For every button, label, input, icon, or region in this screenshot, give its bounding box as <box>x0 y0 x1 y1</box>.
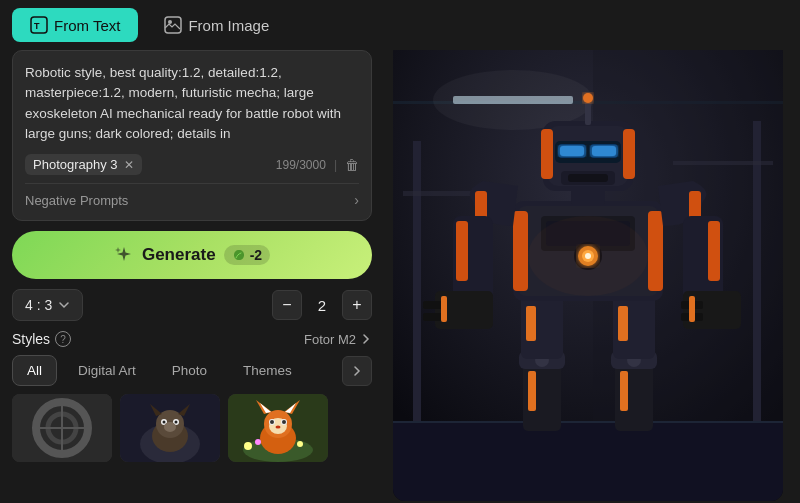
photography-tag[interactable]: Photography 3 ✕ <box>25 154 142 175</box>
svg-point-29 <box>244 442 252 450</box>
prompt-box[interactable]: Robotic style, best quality:1.2, detaile… <box>12 50 372 221</box>
svg-point-3 <box>168 20 172 24</box>
svg-point-18 <box>164 422 176 432</box>
svg-rect-90 <box>585 101 591 125</box>
from-text-button[interactable]: T From Text <box>12 8 138 42</box>
tab-all-label: All <box>27 363 42 378</box>
svg-rect-84 <box>623 129 635 179</box>
style-thumb-3[interactable] <box>228 394 328 462</box>
svg-rect-55 <box>618 306 628 341</box>
svg-rect-47 <box>620 371 628 411</box>
generated-image-container <box>393 50 783 501</box>
next-icon <box>351 365 363 377</box>
style-next-button[interactable] <box>342 356 372 386</box>
svg-rect-83 <box>541 129 553 179</box>
svg-point-16 <box>175 421 178 424</box>
style-thumbnails <box>12 394 372 462</box>
model-chevron-icon <box>360 333 372 345</box>
tag-close-icon[interactable]: ✕ <box>124 158 134 172</box>
from-text-label: From Text <box>54 17 120 34</box>
leaf-icon <box>232 248 246 262</box>
aspect-ratio-value: 4 : 3 <box>25 297 52 313</box>
count-control: − 2 + <box>272 290 372 320</box>
help-text: ? <box>60 334 66 345</box>
robot-image <box>393 50 783 501</box>
svg-point-91 <box>583 93 593 103</box>
tab-photo-label: Photo <box>172 363 207 378</box>
svg-rect-46 <box>528 371 536 411</box>
cost-label: -2 <box>250 247 262 263</box>
increase-count-button[interactable]: + <box>342 290 372 320</box>
count-value: 2 <box>314 297 330 314</box>
main-layout: Robotic style, best quality:1.2, detaile… <box>0 50 800 503</box>
trash-icon[interactable]: 🗑 <box>345 157 359 173</box>
from-image-button[interactable]: From Image <box>146 8 287 42</box>
styles-section: Styles ? Fotor M2 All Dig <box>12 331 372 462</box>
generate-badge: -2 <box>224 245 270 265</box>
char-count: 199/3000 <box>276 158 326 172</box>
tab-themes[interactable]: Themes <box>228 355 307 386</box>
svg-rect-79 <box>689 296 695 322</box>
style-thumb-1[interactable] <box>12 394 112 462</box>
svg-point-28 <box>276 426 281 429</box>
from-image-label: From Image <box>188 17 269 34</box>
svg-point-26 <box>270 420 274 424</box>
model-link[interactable]: Fotor M2 <box>304 332 372 347</box>
chevron-down-icon <box>58 299 70 311</box>
image-icon <box>164 16 182 34</box>
tab-themes-label: Themes <box>243 363 292 378</box>
svg-rect-54 <box>526 306 536 341</box>
tab-all[interactable]: All <box>12 355 57 386</box>
left-panel: Robotic style, best quality:1.2, detaile… <box>12 50 372 491</box>
generate-button[interactable]: Generate -2 <box>12 231 372 279</box>
styles-title: Styles ? <box>12 331 71 347</box>
sparkle-icon <box>114 245 134 265</box>
svg-rect-71 <box>708 221 720 281</box>
prompt-text: Robotic style, best quality:1.2, detaile… <box>25 63 359 144</box>
svg-text:T: T <box>34 21 40 31</box>
aspect-ratio-select[interactable]: 4 : 3 <box>12 289 83 321</box>
svg-rect-43 <box>393 421 783 423</box>
negative-prompts-row[interactable]: Negative Prompts › <box>25 183 359 208</box>
svg-rect-58 <box>513 211 528 291</box>
svg-point-27 <box>282 420 286 424</box>
tab-photo[interactable]: Photo <box>157 355 222 386</box>
svg-rect-42 <box>393 421 783 501</box>
svg-rect-59 <box>648 211 663 291</box>
svg-rect-78 <box>441 296 447 322</box>
svg-point-15 <box>163 421 166 424</box>
svg-rect-88 <box>560 146 584 156</box>
svg-rect-93 <box>568 174 608 182</box>
styles-header: Styles ? Fotor M2 <box>12 331 372 347</box>
model-name: Fotor M2 <box>304 332 356 347</box>
decrease-count-button[interactable]: − <box>272 290 302 320</box>
svg-rect-41 <box>673 161 773 165</box>
right-panel <box>372 50 788 491</box>
tab-digital-art[interactable]: Digital Art <box>63 355 151 386</box>
styles-label: Styles <box>12 331 50 347</box>
svg-point-94 <box>528 216 648 296</box>
help-icon[interactable]: ? <box>55 331 71 347</box>
divider: | <box>334 158 337 172</box>
svg-rect-89 <box>592 146 616 156</box>
svg-rect-69 <box>456 221 468 281</box>
chevron-right-icon: › <box>354 192 359 208</box>
top-nav: T From Text From Image <box>0 0 800 50</box>
style-thumb-2[interactable] <box>120 394 220 462</box>
svg-point-30 <box>255 439 261 445</box>
negative-prompts-label: Negative Prompts <box>25 193 128 208</box>
prompt-tags-row: Photography 3 ✕ 199/3000 | 🗑 <box>25 154 359 175</box>
tag-label: Photography 3 <box>33 157 118 172</box>
text-icon: T <box>30 16 48 34</box>
generate-label: Generate <box>142 245 216 265</box>
tab-digital-art-label: Digital Art <box>78 363 136 378</box>
controls-row: 4 : 3 − 2 + <box>12 289 372 321</box>
svg-point-31 <box>297 441 303 447</box>
